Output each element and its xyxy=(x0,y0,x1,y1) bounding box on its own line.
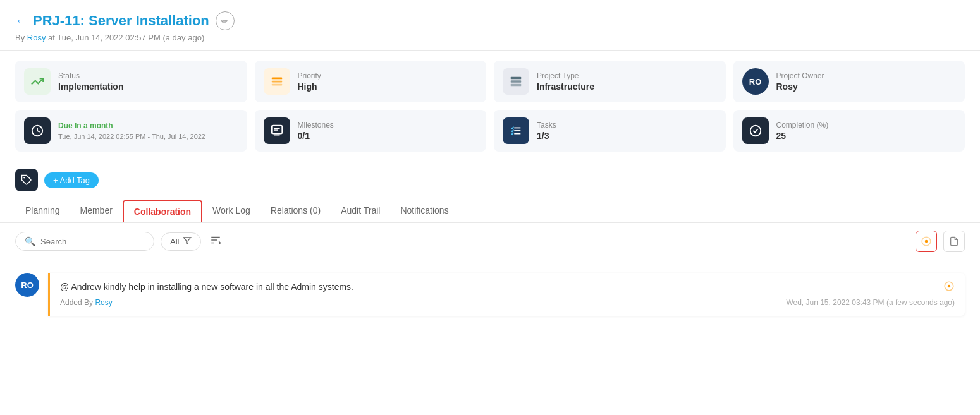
due-date-icon xyxy=(24,117,51,144)
subtitle-user[interactable]: Rosy xyxy=(27,33,46,42)
comment-timestamp: Wed, Jun 15, 2022 03:43 PM (a few second… xyxy=(786,298,955,307)
milestones-text: Milestones 0/1 xyxy=(298,121,334,141)
svg-rect-3 xyxy=(511,77,522,80)
owner-avatar: RO xyxy=(742,68,769,95)
owner-label: Project Owner xyxy=(776,71,824,80)
priority-icon xyxy=(264,68,290,95)
comment-avatar: RO xyxy=(15,273,39,297)
add-tag-button[interactable]: + Add Tag xyxy=(44,172,99,188)
priority-text: Priority High xyxy=(298,71,321,92)
info-card-project-owner[interactable]: RO Project Owner Rosy xyxy=(733,61,965,102)
tabs-row: Planning Member Collaboration Work Log R… xyxy=(0,199,980,223)
info-grid: Status Implementation Priority High Proj… xyxy=(0,51,980,162)
info-card-tasks[interactable]: Tasks 1/3 xyxy=(494,110,726,152)
project-type-value: Infrastructure xyxy=(537,81,594,92)
info-card-priority[interactable]: Priority High xyxy=(255,61,487,102)
svg-rect-10 xyxy=(274,134,279,136)
info-card-project-type[interactable]: Project Type Infrastructure xyxy=(494,61,726,102)
subtitle-by: By xyxy=(15,33,25,42)
svg-rect-7 xyxy=(271,126,282,134)
view-toggle-button[interactable] xyxy=(916,231,937,252)
search-box: 🔍 xyxy=(15,232,154,251)
svg-rect-2 xyxy=(271,84,282,86)
svg-point-20 xyxy=(925,240,928,243)
comment-user-link[interactable]: Rosy xyxy=(95,298,112,307)
svg-point-15 xyxy=(23,177,25,178)
priority-value: High xyxy=(298,81,321,92)
svg-point-14 xyxy=(750,126,761,136)
comment-body: @ Andrew kindly help in installing a new… xyxy=(48,273,965,316)
subtitle-date: at Tue, Jun 14, 2022 02:57 PM (a day ago… xyxy=(48,33,204,42)
milestones-label: Milestones xyxy=(298,121,334,129)
svg-rect-0 xyxy=(271,78,282,80)
page-header: ← PRJ-11: Server Installation ✏ By Rosy … xyxy=(0,0,980,51)
milestones-icon xyxy=(264,117,290,144)
due-date-text: Due In a month Tue, Jun 14, 2022 02:55 P… xyxy=(58,121,205,140)
tab-collaboration[interactable]: Collaboration xyxy=(123,200,202,222)
page-title: PRJ-11: Server Installation xyxy=(33,13,209,29)
status-value: Implementation xyxy=(58,81,123,92)
search-input[interactable] xyxy=(40,237,145,246)
tab-relations[interactable]: Relations (0) xyxy=(260,199,331,223)
due-date-label: Due In a month xyxy=(58,121,205,130)
title-row: ← PRJ-11: Server Installation ✏ xyxy=(15,11,965,30)
tags-row: + Add Tag xyxy=(0,162,980,199)
milestones-value: 0/1 xyxy=(298,131,334,141)
tab-member[interactable]: Member xyxy=(70,199,123,223)
filter-button[interactable]: All xyxy=(161,232,201,251)
export-button[interactable] xyxy=(943,231,965,252)
sort-button[interactable] xyxy=(207,232,224,251)
tasks-value: 1/3 xyxy=(537,131,556,141)
info-card-milestones[interactable]: Milestones 0/1 xyxy=(255,110,487,152)
status-icon xyxy=(24,68,51,95)
filter-icon xyxy=(183,236,192,247)
subtitle: By Rosy at Tue, Jun 14, 2022 02:57 PM (a… xyxy=(15,33,965,42)
comment-text: @ Andrew kindly help in installing a new… xyxy=(60,282,955,292)
search-icon: 🔍 xyxy=(25,236,35,246)
tag-icon xyxy=(15,169,38,191)
project-type-icon xyxy=(503,68,529,95)
tab-planning[interactable]: Planning xyxy=(15,199,70,223)
completion-value: 25 xyxy=(776,131,829,141)
project-type-label: Project Type xyxy=(537,71,594,80)
tab-notifications[interactable]: Notifications xyxy=(390,199,458,223)
due-date-range: Tue, Jun 14, 2022 02:55 PM - Thu, Jul 14… xyxy=(58,133,205,140)
owner-value: Rosy xyxy=(776,81,824,92)
svg-rect-4 xyxy=(511,80,522,83)
page: ← PRJ-11: Server Installation ✏ By Rosy … xyxy=(0,0,980,415)
comments-area: RO @ Andrew kindly help in installing a … xyxy=(0,260,980,328)
tasks-text: Tasks 1/3 xyxy=(537,121,556,141)
completion-label: Completion (%) xyxy=(776,121,829,129)
tab-worklog[interactable]: Work Log xyxy=(202,199,260,223)
comment-body-wrap: @ Andrew kindly help in installing a new… xyxy=(48,273,965,316)
info-card-completion[interactable]: Completion (%) 25 xyxy=(733,110,965,152)
svg-rect-1 xyxy=(271,81,282,83)
svg-marker-16 xyxy=(184,237,192,244)
completion-icon xyxy=(742,117,769,144)
svg-point-21 xyxy=(948,285,951,288)
toolbar: 🔍 All xyxy=(0,223,980,260)
info-card-status[interactable]: Status Implementation xyxy=(15,61,247,102)
priority-label: Priority xyxy=(298,71,321,80)
back-button[interactable]: ← xyxy=(15,15,27,28)
comment-footer: Added By Rosy Wed, Jun 15, 2022 03:43 PM… xyxy=(60,298,955,307)
project-type-text: Project Type Infrastructure xyxy=(537,71,594,92)
status-label: Status xyxy=(58,71,123,80)
comment-added-by: Added By Rosy xyxy=(60,298,113,307)
filter-label: All xyxy=(170,237,179,246)
tasks-label: Tasks xyxy=(537,121,556,129)
edit-button[interactable]: ✏ xyxy=(216,11,235,30)
owner-text: Project Owner Rosy xyxy=(776,71,824,92)
tasks-icon xyxy=(503,117,529,144)
comment-action-icon[interactable] xyxy=(943,280,955,294)
status-text: Status Implementation xyxy=(58,71,123,92)
comment-item: RO @ Andrew kindly help in installing a … xyxy=(15,273,965,316)
svg-rect-5 xyxy=(511,84,522,87)
completion-text: Completion (%) 25 xyxy=(776,121,829,141)
info-card-due-date[interactable]: Due In a month Tue, Jun 14, 2022 02:55 P… xyxy=(15,110,247,152)
tab-audit[interactable]: Audit Trail xyxy=(331,199,390,223)
